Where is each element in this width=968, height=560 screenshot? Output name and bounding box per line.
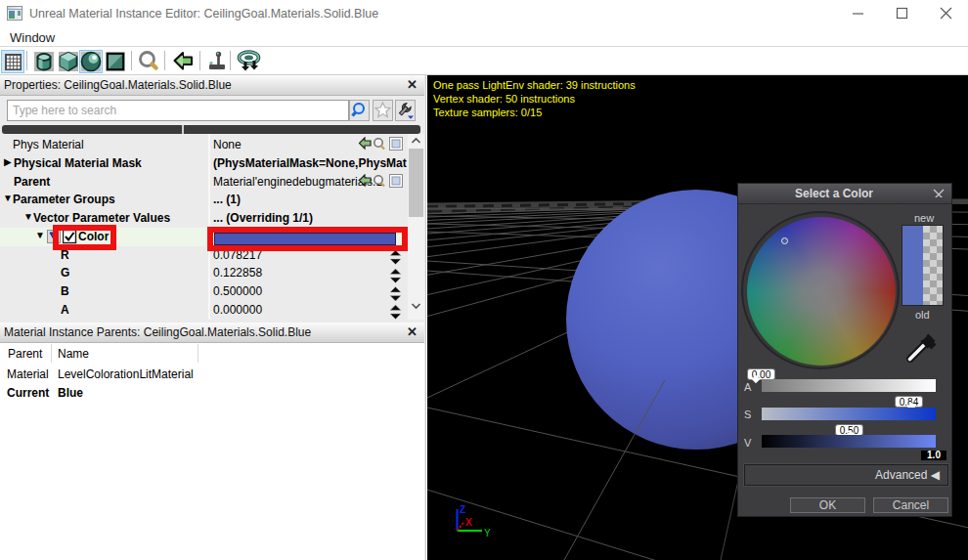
svg-text:Z: Z — [460, 504, 465, 515]
svg-text:Y: Y — [484, 528, 491, 538]
svg-text:X: X — [465, 517, 472, 528]
